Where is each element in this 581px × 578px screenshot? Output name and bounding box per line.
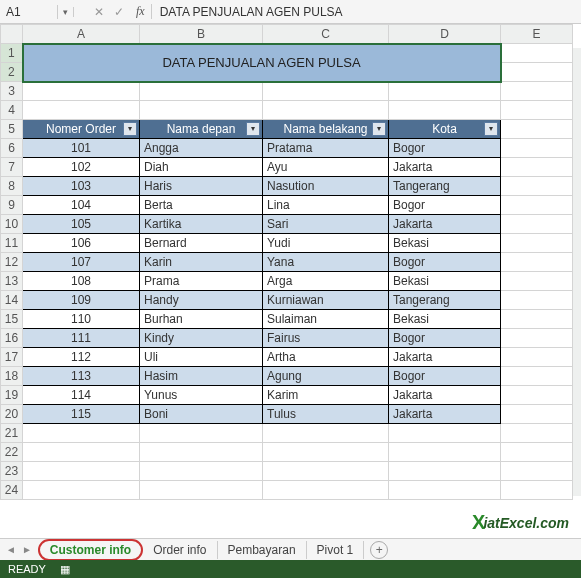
row-header[interactable]: 24: [1, 481, 23, 500]
formula-input[interactable]: DATA PENJUALAN AGEN PULSA: [152, 5, 581, 19]
table-cell[interactable]: 111: [23, 329, 140, 348]
filter-dropdown-icon[interactable]: ▾: [123, 122, 137, 136]
tab-nav-right-icon[interactable]: ►: [22, 544, 32, 555]
cell[interactable]: [23, 481, 140, 500]
table-cell[interactable]: 112: [23, 348, 140, 367]
table-cell[interactable]: Uli: [140, 348, 263, 367]
table-cell[interactable]: Karim: [263, 386, 389, 405]
cell[interactable]: [140, 462, 263, 481]
row-header[interactable]: 23: [1, 462, 23, 481]
vertical-scrollbar[interactable]: [573, 48, 581, 496]
col-header-A[interactable]: A: [23, 25, 140, 44]
table-cell[interactable]: Jakarta: [389, 215, 501, 234]
table-cell[interactable]: Pratama: [263, 139, 389, 158]
cell[interactable]: [501, 367, 573, 386]
table-cell[interactable]: 105: [23, 215, 140, 234]
table-cell[interactable]: Kartika: [140, 215, 263, 234]
cell[interactable]: [501, 120, 573, 139]
table-cell[interactable]: Bekasi: [389, 272, 501, 291]
table-cell[interactable]: Prama: [140, 272, 263, 291]
filter-dropdown-icon[interactable]: ▾: [372, 122, 386, 136]
sheet-tab-pivot-1[interactable]: Pivot 1: [307, 541, 365, 559]
cell[interactable]: [501, 234, 573, 253]
cell[interactable]: [140, 443, 263, 462]
table-cell[interactable]: Yudi: [263, 234, 389, 253]
cancel-icon[interactable]: ✕: [94, 5, 104, 19]
table-cell[interactable]: Yunus: [140, 386, 263, 405]
row-header[interactable]: 14: [1, 291, 23, 310]
cell[interactable]: [23, 101, 140, 120]
cell[interactable]: [389, 481, 501, 500]
table-header-cell[interactable]: Nama depan▾: [140, 120, 263, 139]
table-cell[interactable]: Arga: [263, 272, 389, 291]
cell[interactable]: [501, 424, 573, 443]
sheet-tab-customer-info[interactable]: Customer info: [38, 539, 143, 561]
cell[interactable]: [140, 82, 263, 101]
table-cell[interactable]: Fairus: [263, 329, 389, 348]
row-header[interactable]: 12: [1, 253, 23, 272]
cell[interactable]: [23, 462, 140, 481]
row-header[interactable]: 10: [1, 215, 23, 234]
row-header[interactable]: 18: [1, 367, 23, 386]
cell[interactable]: [263, 462, 389, 481]
table-cell[interactable]: Kurniawan: [263, 291, 389, 310]
cell[interactable]: [501, 481, 573, 500]
table-cell[interactable]: 102: [23, 158, 140, 177]
name-box-dropdown-icon[interactable]: ▾: [58, 7, 74, 17]
table-cell[interactable]: Jakarta: [389, 348, 501, 367]
cell[interactable]: [23, 424, 140, 443]
row-header[interactable]: 22: [1, 443, 23, 462]
cell[interactable]: [389, 462, 501, 481]
cell[interactable]: [501, 177, 573, 196]
col-header-E[interactable]: E: [501, 25, 573, 44]
name-box[interactable]: A1: [0, 5, 58, 19]
tab-nav-left-icon[interactable]: ◄: [6, 544, 16, 555]
cell[interactable]: [140, 481, 263, 500]
worksheet-grid[interactable]: A B C D E 1 DATA PENJUALAN AGEN PULSA 2 …: [0, 24, 581, 536]
row-header[interactable]: 20: [1, 405, 23, 424]
filter-dropdown-icon[interactable]: ▾: [246, 122, 260, 136]
table-cell[interactable]: 114: [23, 386, 140, 405]
cell[interactable]: [263, 101, 389, 120]
table-cell[interactable]: Jakarta: [389, 386, 501, 405]
table-cell[interactable]: Tulus: [263, 405, 389, 424]
cell[interactable]: [263, 82, 389, 101]
cell[interactable]: [501, 196, 573, 215]
table-cell[interactable]: Tangerang: [389, 177, 501, 196]
col-header-B[interactable]: B: [140, 25, 263, 44]
cell[interactable]: [140, 424, 263, 443]
table-cell[interactable]: Bogor: [389, 139, 501, 158]
table-cell[interactable]: Ayu: [263, 158, 389, 177]
table-cell[interactable]: Kindy: [140, 329, 263, 348]
title-merged-cell[interactable]: DATA PENJUALAN AGEN PULSA: [23, 44, 501, 82]
table-cell[interactable]: Lina: [263, 196, 389, 215]
cell[interactable]: [501, 291, 573, 310]
cell[interactable]: [501, 310, 573, 329]
table-cell[interactable]: Artha: [263, 348, 389, 367]
cell[interactable]: [501, 63, 573, 82]
cell[interactable]: [501, 405, 573, 424]
table-cell[interactable]: Handy: [140, 291, 263, 310]
table-cell[interactable]: Burhan: [140, 310, 263, 329]
table-cell[interactable]: Jakarta: [389, 405, 501, 424]
table-cell[interactable]: Bekasi: [389, 234, 501, 253]
row-header[interactable]: 2: [1, 63, 23, 82]
table-cell[interactable]: 104: [23, 196, 140, 215]
cell[interactable]: [501, 348, 573, 367]
table-cell[interactable]: Bogor: [389, 253, 501, 272]
filter-dropdown-icon[interactable]: ▾: [484, 122, 498, 136]
table-cell[interactable]: Bekasi: [389, 310, 501, 329]
cell[interactable]: [501, 462, 573, 481]
cell[interactable]: [263, 424, 389, 443]
cell[interactable]: [501, 329, 573, 348]
row-header[interactable]: 21: [1, 424, 23, 443]
table-cell[interactable]: Nasution: [263, 177, 389, 196]
row-header[interactable]: 4: [1, 101, 23, 120]
table-cell[interactable]: Bogor: [389, 196, 501, 215]
table-cell[interactable]: 113: [23, 367, 140, 386]
cell[interactable]: [389, 82, 501, 101]
row-header[interactable]: 9: [1, 196, 23, 215]
row-header[interactable]: 5: [1, 120, 23, 139]
cell[interactable]: [140, 101, 263, 120]
table-header-cell[interactable]: Nomer Order▾: [23, 120, 140, 139]
